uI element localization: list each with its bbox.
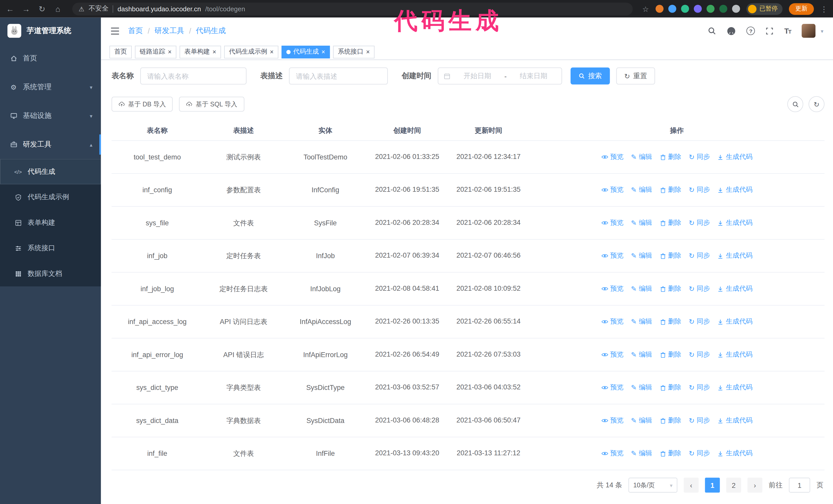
avatar-caret-icon[interactable]: ▾ — [821, 28, 823, 34]
sync-link[interactable]: ↻ 同步 — [689, 449, 710, 458]
sidebar-item-system-management[interactable]: ⚙ 系统管理 ▾ — [0, 73, 101, 101]
date-range-picker[interactable]: 开始日期 - 结束日期 — [438, 67, 562, 85]
sync-link[interactable]: ↻ 同步 — [689, 152, 710, 162]
generate-code-link[interactable]: 生成代码 — [717, 185, 753, 194]
sync-link[interactable]: ↻ 同步 — [689, 185, 710, 194]
tab-1[interactable]: 首页 — [110, 45, 132, 58]
edit-link[interactable]: ✎ 编辑 — [631, 383, 652, 392]
edit-link[interactable]: ✎ 编辑 — [631, 251, 652, 260]
edit-link[interactable]: ✎ 编辑 — [631, 416, 652, 425]
fullscreen-icon[interactable] — [766, 27, 774, 35]
delete-link[interactable]: 删除 — [660, 185, 681, 194]
delete-link[interactable]: 删除 — [660, 251, 681, 260]
delete-link[interactable]: 删除 — [660, 383, 681, 392]
search-icon[interactable] — [708, 27, 716, 35]
home-icon[interactable]: ⌂ — [53, 4, 63, 13]
tab-4[interactable]: 代码生成示例× — [224, 45, 278, 58]
profile-chip[interactable]: 已暂停 — [746, 3, 783, 15]
extension-icon[interactable] — [681, 5, 689, 13]
sync-link[interactable]: ↻ 同步 — [689, 251, 710, 260]
sync-link[interactable]: ↻ 同步 — [689, 218, 710, 227]
tab-6[interactable]: 系统接口× — [333, 45, 375, 58]
delete-link[interactable]: 删除 — [660, 218, 681, 227]
preview-link[interactable]: 预览 — [601, 449, 623, 458]
reset-button[interactable]: ↻ 重置 — [616, 67, 655, 85]
sync-link[interactable]: ↻ 同步 — [689, 383, 710, 392]
sidebar-item-dev-tools[interactable]: 研发工具 ▴ — [0, 130, 101, 159]
generate-code-link[interactable]: 生成代码 — [717, 416, 753, 425]
generate-code-link[interactable]: 生成代码 — [717, 317, 753, 326]
browser-menu-icon[interactable]: ⋮ — [820, 5, 828, 13]
edit-link[interactable]: ✎ 编辑 — [631, 317, 652, 326]
user-avatar[interactable] — [802, 24, 815, 38]
sidebar-item-home[interactable]: 首页 — [0, 44, 101, 73]
sidebar-item-code-generation[interactable]: </> 代码生成 — [0, 159, 101, 184]
tab-2[interactable]: 链路追踪× — [135, 45, 176, 58]
generate-code-link[interactable]: 生成代码 — [717, 284, 753, 293]
breadcrumb-home[interactable]: 首页 — [128, 26, 143, 35]
sync-link[interactable]: ↻ 同步 — [689, 284, 710, 293]
delete-link[interactable]: 删除 — [660, 416, 681, 425]
delete-link[interactable]: 删除 — [660, 449, 681, 458]
edit-link[interactable]: ✎ 编辑 — [631, 218, 652, 227]
help-icon[interactable]: ? — [747, 27, 755, 35]
generate-code-link[interactable]: 生成代码 — [717, 152, 753, 162]
preview-link[interactable]: 预览 — [601, 284, 623, 293]
import-sql-button[interactable]: 基于 SQL 导入 — [179, 97, 244, 112]
toggle-search-button[interactable] — [787, 96, 803, 112]
tab-close-icon[interactable]: × — [270, 49, 274, 55]
delete-link[interactable]: 删除 — [660, 350, 681, 359]
extension-icon[interactable] — [719, 5, 727, 13]
sync-link[interactable]: ↻ 同步 — [689, 350, 710, 359]
generate-code-link[interactable]: 生成代码 — [717, 251, 753, 260]
page-button-1[interactable]: 1 — [705, 478, 720, 493]
forward-icon[interactable]: → — [21, 4, 31, 13]
sync-link[interactable]: ↻ 同步 — [689, 416, 710, 425]
bookmark-star-icon[interactable]: ☆ — [642, 5, 649, 13]
table-desc-input[interactable] — [289, 67, 388, 85]
sidebar-item-system-api[interactable]: 系统接口 — [0, 235, 101, 261]
edit-link[interactable]: ✎ 编辑 — [631, 350, 652, 359]
sidebar-item-database-docs[interactable]: 数据库文档 — [0, 261, 101, 286]
extension-icon[interactable] — [694, 5, 701, 13]
tab-close-icon[interactable]: × — [213, 49, 216, 55]
extension-icon[interactable] — [732, 5, 740, 13]
reload-icon[interactable]: ↻ — [37, 4, 47, 14]
sidebar-item-form-builder[interactable]: 表单构建 — [0, 210, 101, 235]
extension-icon[interactable] — [656, 5, 663, 13]
prev-page-button[interactable]: ‹ — [684, 478, 699, 493]
delete-link[interactable]: 删除 — [660, 152, 681, 162]
preview-link[interactable]: 预览 — [601, 218, 623, 227]
hamburger-icon[interactable] — [111, 27, 119, 35]
refresh-table-button[interactable]: ↻ — [809, 96, 825, 112]
edit-link[interactable]: ✎ 编辑 — [631, 152, 652, 162]
edit-link[interactable]: ✎ 编辑 — [631, 449, 652, 458]
edit-link[interactable]: ✎ 编辑 — [631, 284, 652, 293]
preview-link[interactable]: 预览 — [601, 383, 623, 392]
font-size-icon[interactable]: TT — [784, 27, 791, 35]
generate-code-link[interactable]: 生成代码 — [717, 350, 753, 359]
browser-update-button[interactable]: 更新 — [789, 3, 814, 15]
search-button[interactable]: 搜索 — [571, 67, 610, 85]
next-page-button[interactable]: › — [747, 478, 762, 493]
sidebar-item-infrastructure[interactable]: 基础设施 ▾ — [0, 101, 101, 130]
preview-link[interactable]: 预览 — [601, 152, 623, 162]
table-name-input[interactable] — [140, 67, 246, 85]
address-bar[interactable]: ⚠ 不安全 dashboard.yudao.iocoder.cn /tool/c… — [72, 2, 633, 15]
tab-close-icon[interactable]: × — [322, 49, 325, 55]
breadcrumb-dev-tools[interactable]: 研发工具 — [154, 26, 184, 35]
tab-5[interactable]: 代码生成× — [282, 45, 330, 58]
sync-link[interactable]: ↻ 同步 — [689, 317, 710, 326]
sidebar-item-codegen-example[interactable]: 代码生成示例 — [0, 184, 101, 210]
page-button-2[interactable]: 2 — [726, 478, 741, 493]
extension-icon[interactable] — [706, 5, 714, 13]
extension-icon[interactable] — [668, 5, 676, 13]
edit-link[interactable]: ✎ 编辑 — [631, 185, 652, 194]
generate-code-link[interactable]: 生成代码 — [717, 449, 753, 458]
delete-link[interactable]: 删除 — [660, 284, 681, 293]
delete-link[interactable]: 删除 — [660, 317, 681, 326]
preview-link[interactable]: 预览 — [601, 317, 623, 326]
tab-3[interactable]: 表单构建× — [180, 45, 221, 58]
github-icon[interactable] — [727, 26, 736, 35]
import-db-button[interactable]: 基于 DB 导入 — [112, 97, 173, 112]
